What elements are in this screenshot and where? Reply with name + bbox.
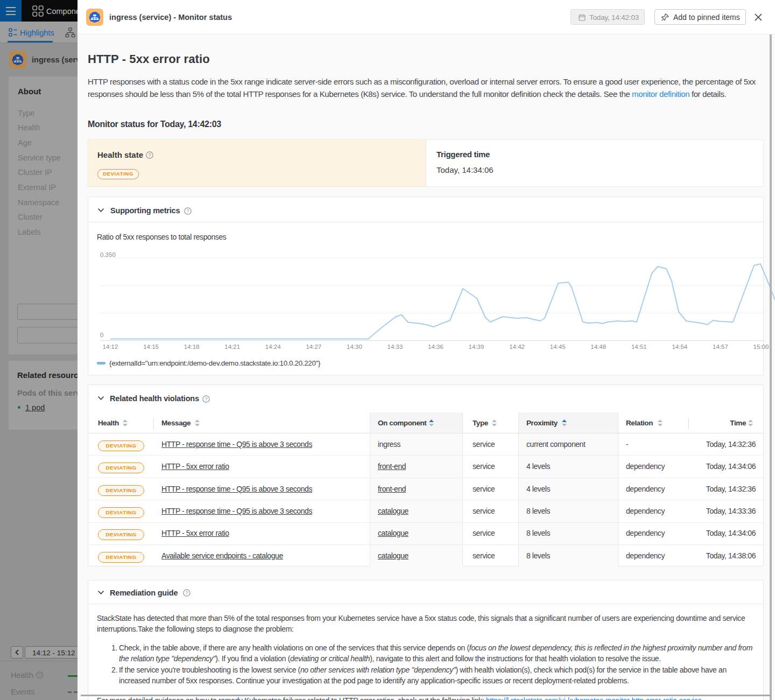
svg-text:0: 0 [100, 332, 103, 338]
svg-text:?: ? [185, 590, 188, 596]
svg-text:14:27: 14:27 [306, 344, 321, 350]
svg-text:14:57: 14:57 [713, 344, 728, 350]
svg-text:?: ? [148, 152, 151, 158]
svg-text:14:54: 14:54 [672, 344, 687, 350]
svg-text:14:21: 14:21 [224, 344, 240, 350]
svg-text:14:24: 14:24 [265, 344, 281, 350]
svg-text:14:33: 14:33 [388, 344, 403, 350]
svg-text:?: ? [38, 672, 41, 677]
svg-text:0.350: 0.350 [100, 251, 116, 258]
svg-text:14:39: 14:39 [469, 344, 484, 350]
svg-text:14:48: 14:48 [590, 344, 606, 350]
svg-text:14:18: 14:18 [184, 344, 200, 350]
svg-text:?: ? [205, 396, 207, 402]
svg-text:14:42: 14:42 [509, 344, 525, 350]
svg-text:14:30: 14:30 [347, 344, 362, 350]
svg-text:14:36: 14:36 [428, 344, 443, 350]
svg-text:14:12: 14:12 [103, 344, 118, 350]
svg-text:14:45: 14:45 [550, 344, 566, 350]
svg-text:14:15: 14:15 [143, 344, 159, 350]
svg-text:?: ? [186, 208, 189, 214]
svg-text:15:00: 15:00 [753, 344, 769, 350]
svg-text:14:51: 14:51 [631, 344, 647, 350]
